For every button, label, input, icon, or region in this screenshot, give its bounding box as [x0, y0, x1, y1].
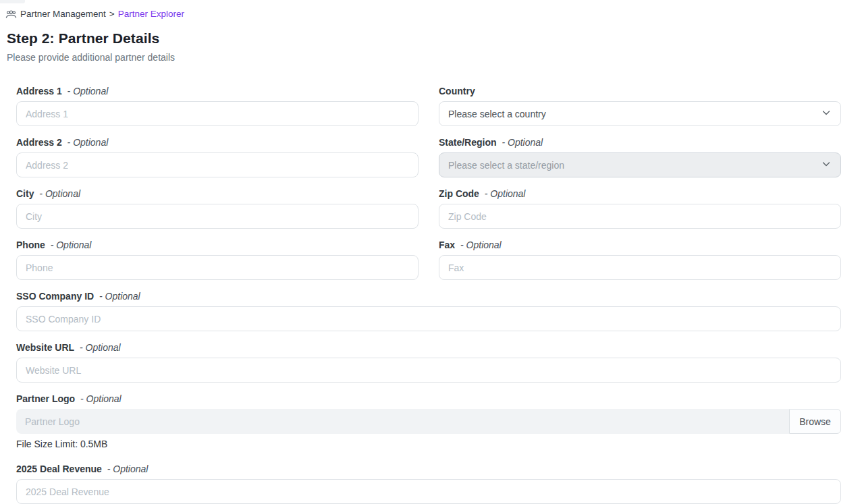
chevron-down-icon	[821, 159, 832, 171]
address1-optional-tag: - Optional	[68, 86, 109, 96]
zip-label-row: Zip Code - Optional	[439, 188, 841, 199]
address2-optional-tag: - Optional	[68, 137, 109, 148]
state-label-row: State/Region - Optional	[439, 137, 841, 148]
field-group-fax: Fax - Optional	[439, 240, 841, 280]
page-title: Step 2: Partner Details	[7, 30, 862, 47]
website-label: Website URL	[16, 342, 74, 353]
fax-label: Fax	[439, 240, 455, 250]
two-column-grid: Address 1 - Optional Country Please sele…	[16, 86, 841, 291]
address1-label-row: Address 1 - Optional	[16, 86, 419, 96]
country-label: Country	[439, 86, 475, 96]
address1-input[interactable]	[16, 101, 419, 126]
state-select-placeholder: Please select a state/region	[448, 160, 564, 171]
deal-revenue-input[interactable]	[16, 479, 841, 504]
website-optional-tag: - Optional	[80, 342, 121, 353]
breadcrumb-partner-explorer[interactable]: Partner Explorer	[118, 8, 184, 20]
browse-button[interactable]: Browse	[789, 409, 841, 434]
city-label-row: City - Optional	[16, 188, 419, 199]
state-select[interactable]: Please select a state/region	[439, 152, 841, 177]
zip-optional-tag: - Optional	[485, 188, 526, 199]
field-group-website: Website URL - Optional	[16, 342, 841, 383]
state-optional-tag: - Optional	[502, 137, 543, 148]
phone-input[interactable]	[16, 255, 419, 280]
partner-logo-file-input: Partner Logo Browse	[16, 409, 841, 434]
phone-label: Phone	[16, 240, 45, 250]
logo-label-row: Partner Logo - Optional	[16, 393, 841, 404]
breadcrumb: Partner Management > Partner Explorer	[5, 8, 862, 20]
logo-optional-tag: - Optional	[80, 393, 122, 404]
country-select-value: Please select a country	[448, 109, 546, 119]
field-group-city: City - Optional	[16, 188, 419, 229]
field-group-logo: Partner Logo - Optional Partner Logo Bro…	[16, 393, 841, 449]
chevron-down-icon	[821, 107, 832, 120]
revenue-label-row: 2025 Deal Revenue - Optional	[16, 464, 841, 474]
field-group-phone: Phone - Optional	[16, 240, 419, 280]
city-input[interactable]	[16, 204, 419, 229]
field-group-revenue: 2025 Deal Revenue - Optional	[16, 464, 841, 504]
field-group-country: Country Please select a country	[439, 86, 841, 126]
phone-optional-tag: - Optional	[51, 240, 92, 250]
sso-company-id-input[interactable]	[16, 306, 841, 331]
users-group-icon	[5, 9, 17, 20]
address2-label: Address 2	[16, 137, 62, 148]
address2-input[interactable]	[16, 152, 419, 177]
phone-label-row: Phone - Optional	[16, 240, 419, 250]
field-group-state: State/Region - Optional Please select a …	[439, 137, 841, 177]
website-label-row: Website URL - Optional	[16, 342, 841, 353]
revenue-optional-tag: - Optional	[107, 464, 149, 474]
field-group-sso: SSO Company ID - Optional	[16, 291, 841, 331]
city-optional-tag: - Optional	[39, 188, 80, 199]
breadcrumb-partner-management[interactable]: Partner Management	[20, 8, 106, 20]
partner-details-form: Address 1 - Optional Country Please sele…	[16, 86, 841, 504]
sso-optional-tag: - Optional	[99, 291, 140, 302]
logo-label: Partner Logo	[16, 393, 75, 404]
sso-label-row: SSO Company ID - Optional	[16, 291, 841, 302]
zip-input[interactable]	[439, 204, 841, 229]
address1-label: Address 1	[16, 86, 62, 96]
field-group-address1: Address 1 - Optional	[16, 86, 419, 126]
partner-logo-file-text[interactable]: Partner Logo	[16, 409, 789, 434]
partial-scrollbar-artifact	[0, 0, 25, 3]
website-url-input[interactable]	[16, 358, 841, 383]
breadcrumb-separator: >	[109, 8, 115, 20]
city-label: City	[16, 188, 34, 199]
sso-label: SSO Company ID	[16, 291, 94, 302]
country-label-row: Country	[439, 86, 841, 96]
field-group-address2: Address 2 - Optional	[16, 137, 419, 177]
page-subtitle: Please provide additional partner detail…	[7, 51, 862, 63]
field-group-zip: Zip Code - Optional	[439, 188, 841, 229]
revenue-label: 2025 Deal Revenue	[16, 464, 102, 474]
address2-label-row: Address 2 - Optional	[16, 137, 419, 148]
file-size-limit-text: File Size Limit: 0.5MB	[16, 439, 841, 449]
fax-label-row: Fax - Optional	[439, 240, 841, 250]
country-select[interactable]: Please select a country	[439, 101, 841, 126]
zip-label: Zip Code	[439, 188, 479, 199]
fax-optional-tag: - Optional	[460, 240, 502, 250]
fax-input[interactable]	[439, 255, 841, 280]
state-label: State/Region	[439, 137, 497, 148]
